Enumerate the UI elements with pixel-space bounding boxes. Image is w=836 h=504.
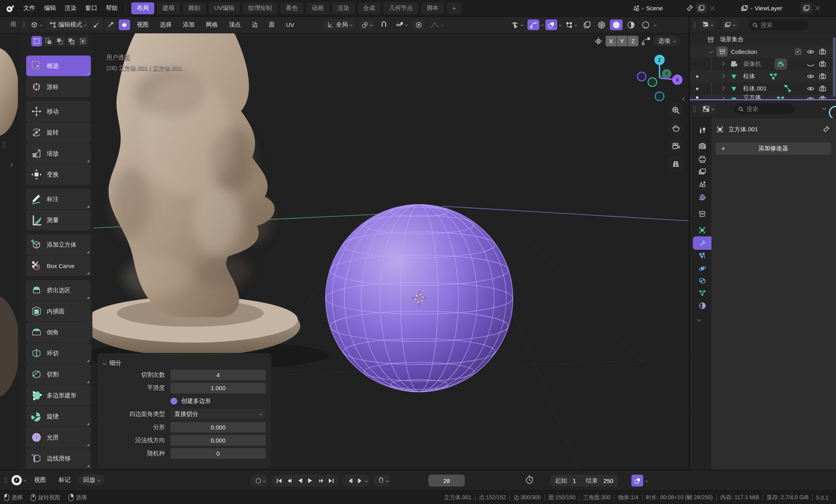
timeline-overlays-dropdown[interactable] bbox=[645, 479, 648, 482]
sphere-mesh-object[interactable] bbox=[326, 205, 513, 392]
overlays-dropdown[interactable] bbox=[559, 23, 562, 26]
outliner-row-cylinder-001[interactable]: 柱体.001 bbox=[690, 82, 836, 95]
mode-selector[interactable]: 编辑模式 bbox=[47, 19, 88, 30]
workspace-tab-rendering[interactable]: 渲染 bbox=[332, 2, 355, 14]
timeline-editor-type-button[interactable] bbox=[12, 475, 26, 485]
snap-settings-dropdown[interactable] bbox=[393, 19, 410, 30]
header-grip[interactable] bbox=[22, 21, 26, 28]
add-workspace-button[interactable]: + bbox=[447, 2, 462, 14]
timeline-snap-toggle[interactable] bbox=[376, 475, 386, 486]
shading-solid-button[interactable] bbox=[610, 19, 623, 30]
outliner-grip[interactable] bbox=[693, 21, 696, 28]
menu-vertex[interactable]: 顶点 bbox=[224, 19, 245, 30]
tool-loop-cut[interactable]: 环切 bbox=[26, 343, 91, 364]
tool-knife[interactable]: 切割 bbox=[26, 364, 91, 385]
tool-add-cube[interactable]: 添加立方体 bbox=[26, 234, 91, 255]
menu-add[interactable]: 添加 bbox=[178, 19, 199, 30]
tool-cursor[interactable]: 游标 bbox=[26, 77, 91, 97]
tool-poly-build[interactable]: 多边形建形 bbox=[26, 385, 91, 406]
quad-corner-type-dropdown[interactable]: 直接切分 bbox=[171, 409, 266, 420]
gizmo-neg-y[interactable] bbox=[648, 78, 657, 86]
timeline-overlays-toggle[interactable] bbox=[631, 475, 643, 487]
along-normal-field[interactable]: 0.000 bbox=[171, 435, 266, 446]
select-extend-button[interactable] bbox=[43, 36, 54, 46]
transform-orientation-dropdown[interactable]: 全局 bbox=[323, 19, 356, 30]
proportional-falloff-dropdown[interactable] bbox=[428, 19, 445, 30]
disable-render-icon[interactable] bbox=[819, 61, 826, 67]
tab-collection[interactable] bbox=[693, 207, 711, 220]
random-seed-field[interactable]: 0 bbox=[171, 448, 266, 459]
tool-box-carve[interactable]: Box Carve bbox=[26, 255, 91, 276]
current-frame-field[interactable]: 28 bbox=[428, 475, 465, 487]
tab-material[interactable] bbox=[693, 299, 711, 312]
tab-view-layer[interactable] bbox=[693, 165, 711, 178]
timeline-menu-view[interactable]: 视图 bbox=[30, 475, 50, 485]
outliner-filter-dropdown[interactable] bbox=[722, 19, 738, 30]
edge-data-icon[interactable] bbox=[784, 84, 792, 92]
outliner-row-scene-collection[interactable]: 场景集合 bbox=[690, 33, 836, 46]
hide-eye-icon[interactable] bbox=[807, 74, 814, 79]
menu-view[interactable]: 视图 bbox=[132, 19, 153, 30]
expand-icon[interactable] bbox=[721, 62, 725, 66]
snap-toggle[interactable] bbox=[378, 19, 390, 30]
viewlayer-browse-button[interactable] bbox=[741, 4, 752, 12]
auto-key-record-button[interactable] bbox=[253, 475, 263, 486]
disable-render-icon[interactable] bbox=[819, 48, 826, 55]
outliner-row-cylinder[interactable]: 柱体 bbox=[690, 70, 836, 82]
workspace-tab-compositing[interactable]: 合成 bbox=[358, 2, 381, 14]
unlink-scene-icon[interactable] bbox=[709, 5, 715, 11]
expand-icon[interactable] bbox=[721, 86, 725, 90]
camera-view-button[interactable] bbox=[667, 138, 684, 154]
properties-options-arrow[interactable] bbox=[823, 106, 826, 110]
menu-select[interactable]: 选择 bbox=[155, 19, 176, 30]
select-subtract-button[interactable] bbox=[54, 36, 65, 46]
properties-search[interactable] bbox=[734, 103, 794, 114]
tab-constraints[interactable] bbox=[693, 274, 711, 287]
outliner-row-collection[interactable]: Collection ✓ bbox=[690, 46, 836, 58]
tool-scale[interactable]: 缩放 bbox=[26, 143, 91, 164]
pivot-point-dropdown[interactable] bbox=[359, 19, 375, 30]
play-button[interactable] bbox=[305, 475, 315, 486]
prev-keyframe-button[interactable] bbox=[284, 475, 295, 486]
scene-name[interactable]: Scene bbox=[646, 5, 684, 11]
select-invert-button[interactable] bbox=[66, 36, 77, 46]
operator-panel-header[interactable]: 细分 bbox=[103, 357, 266, 368]
workspace-tab-uv[interactable]: UV编辑 bbox=[209, 2, 240, 14]
properties-search-input[interactable] bbox=[746, 105, 790, 112]
tool-bevel[interactable]: 倒角 bbox=[26, 322, 91, 343]
viewlayer-name[interactable]: ViewLayer bbox=[755, 5, 798, 11]
menu-help[interactable]: 帮助 bbox=[102, 3, 122, 13]
xray-settings-dropdown[interactable] bbox=[563, 19, 579, 30]
hide-eye-icon[interactable] bbox=[807, 49, 814, 54]
fractal-field[interactable]: 0.000 bbox=[171, 422, 266, 433]
tool-rotate[interactable]: 旋转 bbox=[26, 122, 91, 143]
outliner-display-mode-dropdown[interactable] bbox=[700, 19, 715, 30]
use-preview-range-toggle[interactable] bbox=[524, 475, 535, 485]
pin-icon[interactable] bbox=[686, 5, 693, 11]
new-scene-button[interactable] bbox=[696, 3, 707, 13]
snap-face-nearest-icon[interactable] bbox=[641, 37, 651, 46]
mirror-y-button[interactable]: Y bbox=[617, 36, 627, 46]
menu-edge[interactable]: 边 bbox=[247, 19, 262, 30]
visibility-dropdown[interactable] bbox=[509, 19, 525, 30]
tool-annotate[interactable]: 标注 bbox=[26, 189, 91, 209]
show-overlays-toggle[interactable] bbox=[545, 19, 557, 30]
active-camera-badge[interactable] bbox=[775, 58, 787, 70]
gizmo-neg-z[interactable] bbox=[655, 92, 664, 101]
add-modifier-button[interactable]: + 添加修改器 bbox=[715, 142, 831, 155]
tab-output[interactable] bbox=[693, 153, 711, 166]
step-back-button[interactable] bbox=[345, 475, 355, 486]
shading-dropdown[interactable] bbox=[654, 23, 656, 26]
workspace-tab-shading[interactable]: 着色 bbox=[280, 2, 303, 14]
left-region-tab[interactable]: 模 bbox=[10, 21, 16, 28]
outliner-search-input[interactable] bbox=[761, 21, 804, 28]
timeline-menu-marker[interactable]: 标记 bbox=[54, 475, 75, 485]
frame-start-field[interactable]: 起始1 bbox=[550, 475, 581, 487]
menu-uv[interactable]: UV bbox=[282, 20, 299, 30]
tabs-overflow-arrow[interactable] bbox=[697, 318, 701, 322]
outliner-search[interactable] bbox=[748, 19, 808, 30]
tool-transform[interactable]: 变换 bbox=[26, 164, 91, 185]
mirror-x-button[interactable]: X bbox=[606, 36, 616, 46]
hidden-eye-icon[interactable] bbox=[807, 63, 814, 68]
tab-tool[interactable] bbox=[693, 123, 711, 137]
